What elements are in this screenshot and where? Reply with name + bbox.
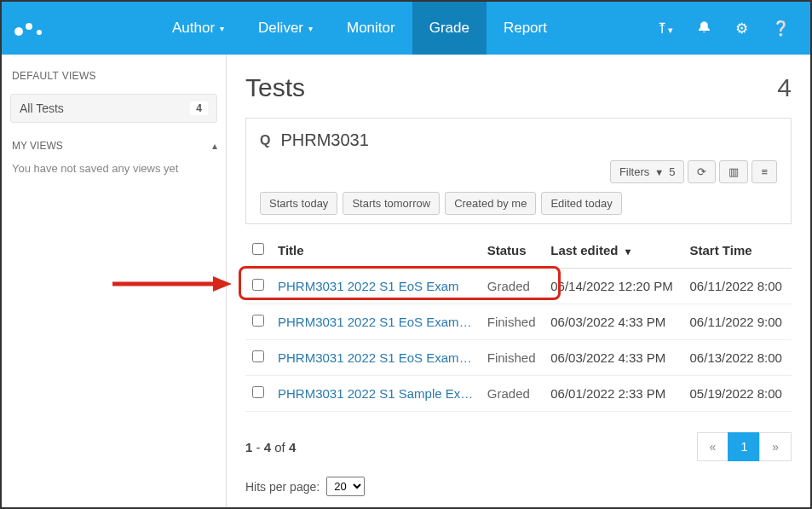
sidebar-item-label: All Tests (20, 101, 64, 115)
row-checkbox[interactable] (252, 279, 264, 291)
table-row[interactable]: PHRM3031 2022 S1 EoS Exam (A... Finished… (245, 340, 792, 376)
refresh-icon: ⟳ (697, 165, 706, 178)
test-title-link[interactable]: PHRM3031 2022 S1 EoS Exam (A... (271, 340, 481, 376)
hits-select[interactable]: 20 (326, 477, 365, 496)
search-panel: Q Filters ▼ 5 ⟳ ▥ ≡ Starts today Starts … (245, 118, 792, 224)
page-next-button[interactable]: » (759, 432, 792, 461)
quickfilter-starts-tomorrow[interactable]: Starts tomorrow (343, 192, 440, 215)
test-status: Finished (481, 340, 544, 376)
top-nav-bar: Author▾ Deliver▾ Monitor Grade Report ⤒▾… (2, 2, 810, 55)
nav-tab-grade[interactable]: Grade (412, 2, 487, 55)
quickfilter-created-by-me[interactable]: Created by me (445, 192, 536, 215)
col-last-edited[interactable]: Last edited ▾ (544, 233, 682, 269)
test-start-time: 06/11/2022 8:00 (683, 269, 792, 304)
test-status: Graded (481, 269, 544, 304)
table-row[interactable]: PHRM3031 2022 S1 EoS Exam Graded 06/14/2… (245, 269, 792, 304)
filters-button[interactable]: Filters ▼ 5 (610, 160, 685, 183)
test-last-edited: 06/03/2022 4:33 PM (544, 304, 682, 340)
select-all-checkbox[interactable] (252, 243, 264, 255)
nav-tab-monitor[interactable]: Monitor (330, 2, 412, 55)
quickfilter-starts-today[interactable]: Starts today (260, 192, 337, 215)
nav-tab-author[interactable]: Author▾ (155, 2, 241, 55)
search-input[interactable] (280, 130, 777, 150)
col-title[interactable]: Title (271, 233, 481, 269)
table-row[interactable]: PHRM3031 2022 S1 Sample Exam Graded 06/0… (245, 376, 792, 412)
tests-table: Title Status Last edited ▾ Start Time PH… (245, 233, 792, 412)
refresh-button[interactable]: ⟳ (688, 160, 716, 183)
svg-point-2 (37, 30, 42, 35)
help-icon[interactable]: ❔ (772, 20, 790, 38)
svg-point-1 (26, 23, 32, 30)
filter-icon: ▼ (654, 167, 664, 177)
test-start-time: 06/13/2022 8:00 (683, 340, 792, 376)
row-checkbox[interactable] (252, 315, 264, 327)
test-title-link[interactable]: PHRM3031 2022 S1 EoS Exam (C... (271, 304, 481, 340)
test-last-edited: 06/03/2022 4:33 PM (544, 340, 682, 376)
bell-icon[interactable]: 🔔︎ (697, 20, 711, 37)
chevron-down-icon: ▾ (625, 246, 631, 257)
col-start-time[interactable]: Start Time (683, 233, 792, 269)
page-range-text: 1 - 4 of 4 (245, 440, 296, 454)
upload-icon[interactable]: ⤒▾ (656, 20, 673, 38)
sidebar-heading-default: Default Views (10, 70, 217, 82)
gear-icon[interactable]: ⚙ (735, 20, 748, 38)
test-title-link[interactable]: PHRM3031 2022 S1 Sample Exam (271, 376, 481, 412)
chevron-down-icon: ▾ (308, 24, 313, 33)
pagination: « 1 » (698, 432, 792, 461)
test-last-edited: 06/14/2022 12:20 PM (544, 269, 682, 304)
search-icon: Q (260, 133, 270, 148)
page-title: Tests (245, 73, 305, 102)
logo-icon (14, 13, 44, 43)
row-checkbox[interactable] (252, 350, 264, 362)
page-number-button[interactable]: 1 (728, 432, 760, 461)
columns-icon: ▥ (728, 165, 739, 178)
sidebar-item-all-tests[interactable]: All Tests 4 (10, 94, 217, 123)
sidebar-badge: 4 (190, 101, 208, 115)
test-status: Graded (481, 376, 544, 412)
chevron-down-icon: ▾ (220, 24, 224, 33)
test-start-time: 06/11/2022 9:00 (683, 304, 792, 340)
list-icon: ≡ (761, 165, 768, 178)
row-checkbox[interactable] (252, 386, 264, 398)
test-title-link[interactable]: PHRM3031 2022 S1 EoS Exam (271, 269, 481, 304)
sidebar: Default Views All Tests 4 My Views ▴ You… (2, 55, 227, 507)
result-count: 4 (777, 73, 792, 102)
hits-label: Hits per page: (245, 480, 320, 494)
nav-tab-report[interactable]: Report (487, 2, 564, 55)
table-row[interactable]: PHRM3031 2022 S1 EoS Exam (C... Finished… (245, 304, 792, 340)
svg-point-0 (14, 27, 23, 36)
quickfilter-edited-today[interactable]: Edited today (541, 192, 621, 215)
chevron-up-icon: ▴ (212, 140, 217, 152)
main-content: Tests 4 Q Filters ▼ 5 ⟳ ▥ ≡ Starts today… (227, 55, 810, 507)
test-status: Finished (481, 304, 544, 340)
nav-tab-deliver[interactable]: Deliver▾ (241, 2, 330, 55)
test-last-edited: 06/01/2022 2:33 PM (544, 376, 682, 412)
test-start-time: 05/19/2022 8:00 (683, 376, 792, 412)
columns-button[interactable]: ▥ (719, 160, 748, 183)
sidebar-empty-note: You have not saved any views yet (10, 162, 217, 175)
col-status[interactable]: Status (481, 233, 544, 269)
page-prev-button[interactable]: « (697, 432, 729, 461)
sidebar-heading-myviews[interactable]: My Views ▴ (10, 140, 217, 152)
list-view-button[interactable]: ≡ (752, 160, 777, 183)
